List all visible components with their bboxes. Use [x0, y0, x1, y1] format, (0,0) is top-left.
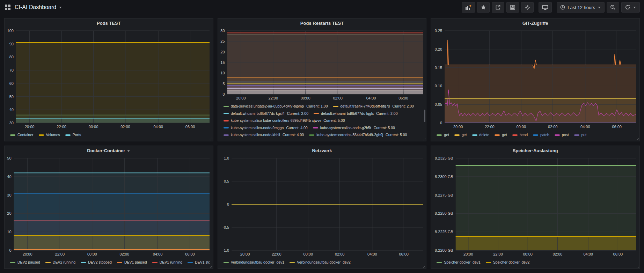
share-dashboard-button[interactable]	[492, 2, 504, 13]
chart-pods-restarts-test[interactable]: 05101520253020:0022:0000:0002:0004:0006:…	[218, 28, 426, 101]
legend-item[interactable]: default:traefik-7ff48d6bff-btq7sCurrent:…	[333, 103, 414, 109]
legend-item[interactable]: DEV1 stopped	[188, 259, 210, 265]
svg-text:02:00: 02:00	[548, 125, 558, 129]
star-dashboard-button[interactable]	[477, 2, 490, 13]
svg-text:50: 50	[9, 95, 14, 99]
svg-text:04:00: 04:00	[580, 125, 590, 129]
share-icon	[495, 5, 501, 10]
legend-scrollbar[interactable]	[424, 110, 425, 122]
zoom-out-time-button[interactable]	[607, 2, 619, 13]
svg-text:60: 60	[9, 81, 14, 86]
legend-item[interactable]: kube-system:calico-node-kbhllCurrent: 4.…	[224, 132, 304, 138]
panel-header-netzwerk[interactable]: Netzwerk	[218, 146, 426, 155]
dashboard-title-dropdown[interactable]: CI-AI Dashboard	[15, 4, 62, 10]
legend-series-swatch	[65, 134, 71, 136]
svg-text:5: 5	[222, 82, 225, 86]
legend-series-swatch	[224, 134, 229, 136]
legend-series-swatch	[555, 134, 560, 136]
legend-item[interactable]: default:whoami-bd6b677dc-lqglxCurrent: 2…	[314, 111, 397, 117]
legend-item[interactable]: Verbindungsaufbau docker_dev1	[224, 259, 285, 265]
legend-item[interactable]: put	[574, 132, 587, 138]
legend-item[interactable]: post	[555, 132, 569, 138]
legend-item[interactable]: head	[512, 132, 528, 138]
chart-svg: 05101520253020:0022:0000:0002:0004:0006:…	[218, 28, 426, 101]
legend-item[interactable]: default:whoami-bd6b677dc-kgsl4Current: 2…	[224, 111, 308, 117]
legend-item[interactable]: DEV2 stopped	[81, 259, 112, 265]
legend-current-value: Current: 5.00	[386, 132, 407, 138]
svg-text:8.2300 GB: 8.2300 GB	[435, 175, 453, 179]
legend-current-value: Current: 4.00	[283, 132, 304, 138]
legend-row: data-services:urigate2-aa-85bb54d4f7-bjp…	[224, 102, 423, 110]
panel-header-git-zugriffe[interactable]: GIT-Zugriffe	[431, 19, 639, 28]
gear-icon	[525, 5, 530, 10]
svg-text:0: 0	[440, 121, 442, 125]
chart-git-zugriffe[interactable]: 00.050.100.150.200.2520:0022:0000:0002:0…	[431, 28, 639, 130]
chart-docker-container[interactable]: 0102030405020:0022:0000:0002:0004:0006:0…	[5, 155, 213, 257]
legend-item[interactable]: DEV1 running	[152, 259, 182, 265]
svg-text:90: 90	[9, 42, 14, 46]
legend-item[interactable]: DEV2 running	[45, 259, 75, 265]
legend-item[interactable]: DEV1 paused	[117, 259, 147, 265]
legend-series-swatch	[39, 134, 44, 136]
legend-item[interactable]: DEV2 paused	[10, 259, 40, 265]
star-icon	[481, 5, 486, 10]
panel-header-pods-test[interactable]: Pods TEST	[5, 19, 213, 28]
svg-text:00:00: 00:00	[89, 125, 98, 129]
legend-series-label: Verbindungsaufbau docker_dev2	[297, 259, 351, 265]
legend-item[interactable]: kube-system:coredns-5644d7b6d9-2gb9jCurr…	[309, 132, 407, 138]
legend-row: default:whoami-bd6b677dc-kgsl4Current: 2…	[224, 109, 423, 117]
legend-item[interactable]: Volumes	[39, 132, 60, 138]
legend-series-swatch	[224, 127, 229, 128]
time-range-picker[interactable]: Last 12 hours	[557, 2, 605, 13]
legend-item[interactable]: Speicher docker_dev2	[486, 259, 529, 265]
svg-text:20:00: 20:00	[240, 252, 250, 256]
legend-item[interactable]: kube-system:calico-node-9mggnCurrent: 4.…	[224, 125, 308, 131]
legend-item[interactable]: Verbindungsaufbau docker_dev2	[290, 259, 351, 265]
legend-item[interactable]: Ports	[65, 132, 81, 138]
legend-series-label: DEV1 stopped	[195, 259, 210, 265]
legend-item[interactable]: Container	[10, 132, 34, 138]
save-icon	[510, 5, 515, 10]
panel-header-speicher-auslastung[interactable]: Speicher-Auslastung	[431, 146, 639, 155]
svg-text:02:00: 02:00	[553, 252, 563, 256]
legend-row: Verbindungsaufbau docker_dev1Verbindungs…	[224, 258, 423, 266]
legend-series-label: Verbindungsaufbau docker_dev1	[231, 259, 285, 265]
legend-current-value: Current: 2.00	[393, 103, 414, 109]
chart-pods-test[interactable]: 3040506070809010020:0022:0000:0002:0004:…	[5, 28, 213, 130]
panel-netzwerk: Netzwerk-1.0-0.500.51.020:0022:0000:0002…	[218, 146, 427, 269]
legend-series-swatch	[224, 262, 229, 263]
chart-netzwerk[interactable]: -1.0-0.500.51.020:0022:0000:0002:0004:00…	[218, 155, 426, 257]
panel-header-docker-container[interactable]: Docker-Container	[5, 146, 213, 155]
legend-item[interactable]: kube-system:calico-node-g2h5tCurrent: 5.…	[313, 125, 395, 131]
dashboard-settings-button[interactable]	[521, 2, 534, 13]
chart-speicher-auslastung[interactable]: 8.2200 GB8.2225 GB8.2250 GB8.2275 GB8.23…	[431, 155, 639, 257]
legend-item[interactable]: kube-system:calico-kube-controllers-6895…	[224, 118, 345, 124]
legend-series-label: get	[502, 132, 507, 138]
legend-pods-restarts-test: data-services:urigate2-aa-85bb54d4f7-bjp…	[218, 101, 426, 141]
legend-item[interactable]: data-services:urigate2-aa-85bb54d4f7-bjp…	[224, 103, 328, 109]
refresh-button[interactable]	[621, 2, 640, 13]
svg-text:8.2250 GB: 8.2250 GB	[435, 211, 453, 215]
legend-item[interactable]: patch	[533, 132, 549, 138]
svg-text:8.2200 GB: 8.2200 GB	[435, 248, 453, 252]
svg-text:20:00: 20:00	[463, 252, 473, 256]
svg-text:04:00: 04:00	[367, 252, 377, 256]
clock-icon	[560, 5, 565, 10]
legend-item[interactable]: get	[454, 132, 467, 138]
legend-item[interactable]: get	[495, 132, 507, 138]
apps-menu-button[interactable]	[4, 4, 11, 11]
add-panel-button[interactable]	[462, 2, 475, 13]
save-dashboard-button[interactable]	[506, 2, 519, 13]
legend-item[interactable]: get	[437, 132, 449, 138]
svg-text:8.2325 GB: 8.2325 GB	[435, 156, 453, 160]
legend-item[interactable]: delete	[472, 132, 490, 138]
legend-row: DEV2 pausedDEV2 runningDEV2 stoppedDEV1 …	[10, 258, 210, 266]
legend-series-label: DEV2 paused	[17, 259, 40, 265]
legend-item[interactable]: Speicher docker_dev1	[437, 259, 480, 265]
svg-text:00:00: 00:00	[517, 125, 526, 129]
svg-text:00:00: 00:00	[87, 252, 97, 256]
svg-text:15: 15	[220, 60, 225, 65]
legend-series-label: kube-system:calico-node-9mggn	[231, 125, 284, 131]
cycle-view-mode-button[interactable]	[539, 2, 552, 13]
panel-header-pods-restarts-test[interactable]: Pods Restarts TEST	[218, 19, 426, 28]
